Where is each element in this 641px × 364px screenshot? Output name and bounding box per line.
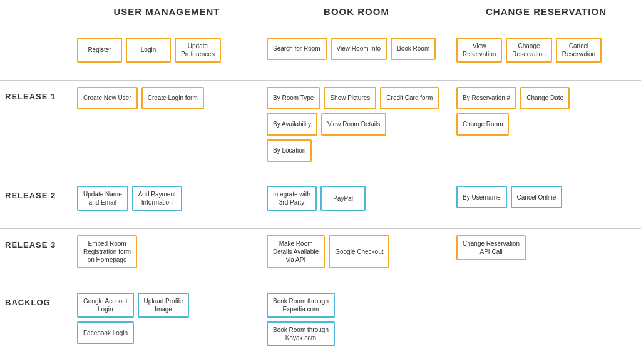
card-view-room-details: View Room Details [321,113,386,136]
main-grid: USER MANAGEMENT BOOK ROOM CHANGE RESERVA… [0,0,641,364]
card-cancel-reservation: Cancel Reservation [556,38,602,63]
card-add-payment-information: Add Payment Information [132,186,182,211]
card-cancel-online: Cancel Online [511,186,563,208]
row2-col3: By UsernameCancel Online [451,179,641,228]
card-view-room-info: View Room Info [331,38,387,60]
card-create-login-form: Create Login form [141,87,204,109]
card-view-reservation: View Reservation [456,38,502,63]
card-credit-card-form: Credit Card form [380,87,439,109]
row2-col1: Update Name and EmailAdd Payment Informa… [72,179,262,228]
card-by-reservation-#: By Reservation # [456,87,516,109]
row0-col3: View ReservationChange ReservationCancel… [451,31,641,80]
label-release1: RELEASE 1 [0,80,72,179]
card-update-name-and-email: Update Name and Email [77,186,128,211]
card-change-reservation-api-call: Change Reservation API Call [456,235,526,260]
card-register: Register [77,38,122,63]
card-book-room-through-kayak.com: Book Room through Kayak.com [267,321,335,346]
card-by-location: By Location [267,139,312,162]
row1-col2: By Room TypeShow PicturesCredit Card for… [262,80,451,179]
card-embed-room-registration-form-on-homepage: Embed Room Registration form on Homepage [77,235,137,268]
row2-col2: Integrate with 3rd PartyPayPal [262,179,451,228]
label-release2: RELEASE 2 [0,179,72,228]
card-facebook-login: Facebook Login [77,321,134,344]
row3-col2: Make Room Details Available via APIGoogl… [262,228,451,286]
card-change-reservation: Change Reservation [506,38,551,63]
card-make-room-details-available-via-api: Make Room Details Available via API [267,235,325,268]
label-backlog: BACKLOG [0,286,72,364]
row0-col1: RegisterLoginUpdate Preferences [72,31,262,80]
card-integrate-with-3rd-party: Integrate with 3rd Party [267,186,317,211]
card-show-pictures: Show Pictures [324,87,376,109]
card-book-room-through-expedia.com: Book Room through Expedia.com [267,293,335,318]
header-change-reservation: CHANGE RESERVATION [451,0,641,31]
row4-col2: Book Room through Expedia.comBook Room t… [262,286,451,364]
row3-col1: Embed Room Registration form on Homepage [72,228,262,286]
row4-col1: Google Account LoginUpload Profile Image… [72,286,262,364]
card-change-room: Change Room [456,113,509,136]
card-by-username: By Username [456,186,507,208]
label-release3: RELEASE 3 [0,228,72,286]
row1-col1: Create New UserCreate Login form [72,80,262,179]
card-update-preferences: Update Preferences [175,38,221,63]
row0-col2: Search for RoomView Room InfoBook Room [262,31,451,80]
card-login: Login [126,38,171,63]
card-google-account-login: Google Account Login [77,293,134,318]
header-empty [0,0,72,31]
card-change-date: Change Date [520,87,570,109]
card-by-availability: By Availability [267,113,317,136]
card-create-new-user: Create New User [77,87,138,109]
header-user-management: USER MANAGEMENT [72,0,262,31]
card-paypal: PayPal [320,186,366,211]
card-book-room: Book Room [391,38,436,60]
row1-col3: By Reservation #Change DateChange Room [451,80,641,179]
row4-col3 [451,286,641,364]
card-google-checkout: Google Checkout [329,235,389,268]
header-book-room: BOOK ROOM [262,0,451,31]
card-by-room-type: By Room Type [267,87,320,109]
card-upload-profile-image: Upload Profile Image [138,293,190,318]
row3-col3: Change Reservation API Call [451,228,641,286]
row-label-top [0,31,72,80]
card-search-for-room: Search for Room [267,38,327,60]
